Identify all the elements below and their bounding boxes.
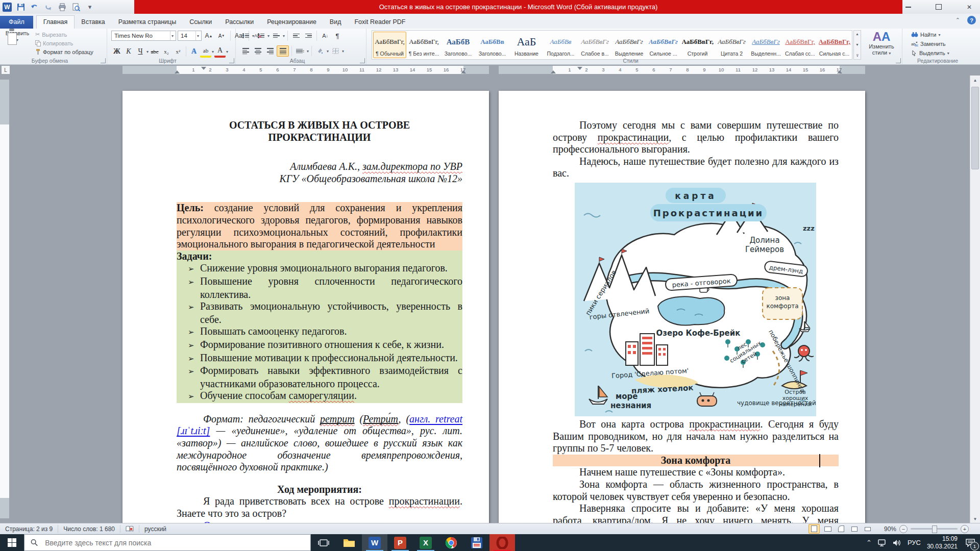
align-center-icon[interactable] xyxy=(252,46,263,56)
help-icon[interactable]: ? xyxy=(967,16,976,24)
strikethrough-button[interactable]: abc xyxy=(149,46,160,57)
vertical-ruler[interactable] xyxy=(0,80,9,518)
numbered-list-icon[interactable] xyxy=(255,31,266,41)
tray-expand-icon[interactable]: ⌃ xyxy=(866,539,872,546)
undo-icon[interactable] xyxy=(30,2,40,12)
style-item[interactable]: АаБбВвГгСильное ... xyxy=(647,32,680,58)
superscript-button[interactable]: x² xyxy=(173,46,184,57)
procrastination-map-image[interactable]: карта Прокрастинации пики сериалов Долин… xyxy=(575,183,816,416)
copy-button[interactable]: Копировать xyxy=(34,40,95,47)
hanging-indent-marker[interactable] xyxy=(175,70,180,73)
zoom-out-icon[interactable]: − xyxy=(899,525,908,533)
style-item[interactable]: АаБбВвГг,¶ Обычный xyxy=(373,32,406,58)
vertical-scrollbar[interactable]: ▲ ▼ xyxy=(970,76,980,523)
tab-foxit-pdf[interactable]: Foxit Reader PDF xyxy=(348,16,412,29)
style-item[interactable]: АаБбВвЗаголово... xyxy=(476,32,509,58)
outline-view-icon[interactable] xyxy=(849,524,860,533)
search-input[interactable] xyxy=(44,538,304,547)
chrome-taskbar-button[interactable] xyxy=(438,534,464,551)
document-page-2[interactable]: Поэтому сегодня мы с вами совершим путеш… xyxy=(499,91,865,523)
word-logo-icon[interactable]: W xyxy=(2,2,12,12)
show-marks-icon[interactable]: ¶ xyxy=(332,31,343,41)
line-spacing-icon[interactable]: ↕ xyxy=(295,46,306,56)
horizontal-ruler-page1[interactable]: 1234567891011121314151617 xyxy=(122,66,489,74)
style-item[interactable]: АаБбВвГгВыделение xyxy=(612,32,646,58)
print-preview-icon[interactable] xyxy=(71,2,81,12)
style-item[interactable]: АаБбВЗаголово... xyxy=(442,32,475,58)
draft-view-icon[interactable] xyxy=(863,524,873,533)
tab-review[interactable]: Рецензирование xyxy=(260,16,323,29)
print-icon[interactable] xyxy=(57,2,67,12)
minimize-button[interactable] xyxy=(902,3,914,12)
select-button[interactable]: Выделить▾ xyxy=(910,49,951,57)
style-item[interactable]: АаБбВвПодзагол... xyxy=(544,32,577,58)
bullet-list-icon[interactable] xyxy=(240,31,251,41)
hanging-indent-marker[interactable] xyxy=(551,70,556,73)
fullscreen-view-icon[interactable] xyxy=(823,524,833,533)
style-item[interactable]: АаБбВвГгВыделенн... xyxy=(749,32,782,58)
spellcheck-status[interactable] xyxy=(120,525,139,533)
justify-icon[interactable] xyxy=(277,45,289,57)
first-line-indent-marker[interactable] xyxy=(201,67,206,70)
find-button[interactable]: Найти▾ xyxy=(910,31,951,38)
tab-file[interactable]: Файл xyxy=(0,16,33,29)
text-effects-button[interactable]: А xyxy=(188,46,200,57)
start-button[interactable] xyxy=(0,534,24,551)
style-item[interactable]: АаБбВвГг,¶ Без инте... xyxy=(407,32,440,58)
powerpoint-taskbar-button[interactable]: P xyxy=(387,534,413,551)
zoom-slider-thumb[interactable] xyxy=(932,525,937,533)
multilevel-list-icon[interactable] xyxy=(271,31,282,41)
style-item[interactable]: АаБНазвание xyxy=(510,32,543,58)
opera-taskbar-button[interactable] xyxy=(489,534,515,551)
task-view-button[interactable] xyxy=(311,534,336,551)
backup-app-taskbar-button[interactable] xyxy=(464,534,489,551)
style-item[interactable]: АаБбВвГг,Сильная с... xyxy=(818,32,851,58)
scrollbar-thumb[interactable] xyxy=(971,87,979,169)
language-indicator[interactable]: русский xyxy=(139,525,172,533)
tab-mailings[interactable]: Рассылки xyxy=(218,16,260,29)
tab-selector[interactable]: L xyxy=(1,65,10,74)
font-color-button[interactable]: А xyxy=(214,45,226,58)
first-line-indent-marker[interactable] xyxy=(577,67,582,70)
style-item[interactable]: АаБбВвГгЦитата 2 xyxy=(715,32,748,58)
input-language[interactable]: РУС xyxy=(908,539,921,546)
network-icon[interactable] xyxy=(878,539,887,546)
font-family-combo[interactable]: Times New Ro▾ xyxy=(111,31,176,41)
paste-button[interactable]: Вставить ▾ xyxy=(4,30,31,57)
tab-view[interactable]: Вид xyxy=(323,16,348,29)
paragraph-dialog-launcher-icon[interactable] xyxy=(360,58,365,63)
font-size-combo[interactable]: 14▾ xyxy=(178,31,202,41)
replace-button[interactable]: abac Заменить xyxy=(910,40,951,47)
clipboard-dialog-launcher-icon[interactable] xyxy=(101,58,106,63)
print-layout-view-icon[interactable] xyxy=(808,524,820,534)
format-painter-button[interactable]: Формат по образцу xyxy=(34,48,95,56)
page-indicator[interactable]: Страница: 2 из 9 xyxy=(0,525,58,533)
tab-page-layout[interactable]: Разметка страницы xyxy=(112,16,183,29)
scroll-up-icon[interactable]: ▲ xyxy=(970,76,980,85)
tab-insert[interactable]: Вставка xyxy=(75,16,111,29)
notification-center-button[interactable]: 1 xyxy=(964,536,977,549)
underline-caret-icon[interactable]: ▾ xyxy=(146,49,149,54)
style-item[interactable]: АаБбВвГг,Строгий xyxy=(681,32,714,58)
zoom-in-icon[interactable]: + xyxy=(961,525,969,533)
cut-button[interactable]: ✂ Вырезать xyxy=(34,31,95,38)
shading-icon[interactable] xyxy=(314,46,326,56)
align-left-icon[interactable] xyxy=(240,46,251,56)
change-styles-button[interactable]: АА Изменить стили ▾ xyxy=(865,30,898,56)
tab-references[interactable]: Ссылки xyxy=(183,16,218,29)
collapse-ribbon-icon[interactable]: ⌃ xyxy=(955,17,960,23)
file-explorer-button[interactable] xyxy=(336,534,362,551)
zoom-slider[interactable] xyxy=(911,528,958,530)
horizontal-ruler-page2[interactable]: 1234567891011121314151617 xyxy=(499,66,865,74)
web-layout-view-icon[interactable] xyxy=(836,524,846,533)
maximize-button[interactable] xyxy=(933,3,944,12)
sort-icon[interactable]: А↓ xyxy=(320,31,331,41)
word-count[interactable]: Число слов: 1 680 xyxy=(58,525,120,533)
qat-customize-icon[interactable]: ▾ xyxy=(85,2,95,12)
zoom-level[interactable]: 90% xyxy=(884,525,896,533)
subscript-button[interactable]: x₂ xyxy=(161,46,172,57)
save-icon[interactable] xyxy=(16,2,26,12)
borders-icon[interactable] xyxy=(330,46,341,56)
highlight-color-button[interactable]: ab xyxy=(200,45,211,58)
taskbar-search[interactable] xyxy=(24,534,311,551)
